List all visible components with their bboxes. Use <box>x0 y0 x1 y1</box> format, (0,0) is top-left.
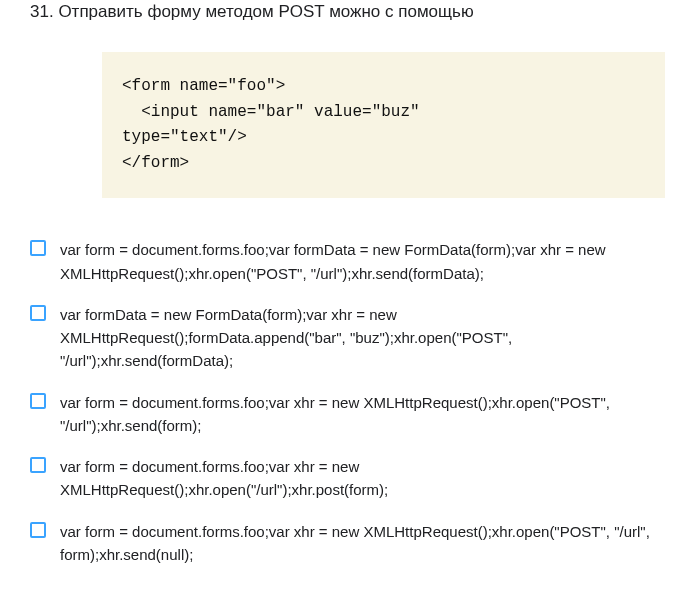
checkbox-icon[interactable] <box>30 457 46 473</box>
option-row[interactable]: var form = document.forms.foo;var xhr = … <box>30 455 665 502</box>
option-row[interactable]: var form = document.forms.foo;var formDa… <box>30 238 665 285</box>
question-text: Отправить форму методом POST можно с пом… <box>58 2 473 21</box>
question-title: 31. Отправить форму методом POST можно с… <box>30 0 665 22</box>
checkbox-icon[interactable] <box>30 240 46 256</box>
question-number: 31 <box>30 2 49 21</box>
option-row[interactable]: var form = document.forms.foo;var xhr = … <box>30 520 665 567</box>
options-list: var form = document.forms.foo;var formDa… <box>30 238 665 566</box>
option-label: var form = document.forms.foo;var xhr = … <box>60 391 665 438</box>
option-row[interactable]: var form = document.forms.foo;var xhr = … <box>30 391 665 438</box>
option-row[interactable]: var formData = new FormData(form);var xh… <box>30 303 665 373</box>
checkbox-icon[interactable] <box>30 305 46 321</box>
option-label: var form = document.forms.foo;var xhr = … <box>60 455 665 502</box>
option-label: var form = document.forms.foo;var xhr = … <box>60 520 665 567</box>
option-label: var form = document.forms.foo;var formDa… <box>60 238 665 285</box>
checkbox-icon[interactable] <box>30 522 46 538</box>
checkbox-icon[interactable] <box>30 393 46 409</box>
code-block: <form name="foo"> <input name="bar" valu… <box>102 52 665 198</box>
question-container: 31. Отправить форму методом POST можно с… <box>0 0 695 592</box>
option-label: var formData = new FormData(form);var xh… <box>60 303 665 373</box>
